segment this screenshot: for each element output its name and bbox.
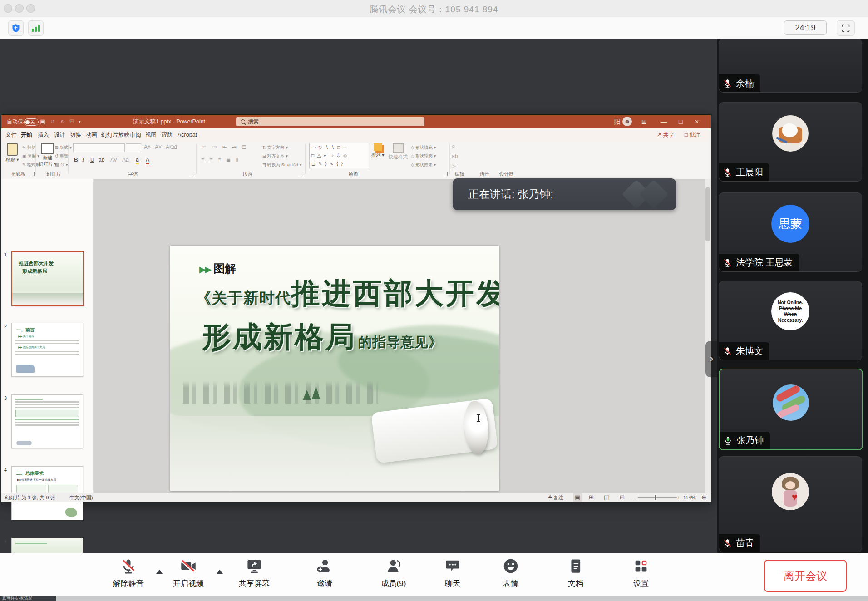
strikethrough-button[interactable]: ab — [99, 157, 104, 163]
meeting-timer[interactable]: 24:19 — [784, 20, 827, 35]
autosave-toggle[interactable]: 关 — [24, 118, 39, 126]
copy-button[interactable]: ▣ 复制 ▾ — [22, 153, 39, 159]
font-dialog-launcher-icon[interactable] — [190, 172, 194, 176]
find-icon[interactable]: ○ — [452, 143, 455, 149]
participant-tile[interactable]: 王晨阳 — [719, 102, 862, 182]
alignment-icons[interactable]: ≡ ≡ ≡ ≣ ⫴ — [201, 157, 240, 163]
change-case-button[interactable]: Aa — [122, 157, 129, 163]
clipboard-dialog-launcher-icon[interactable] — [30, 172, 35, 176]
zoom-slider[interactable] — [638, 497, 677, 498]
tab-file[interactable]: 文件 — [5, 128, 17, 141]
tab-review[interactable]: 审阅 — [130, 128, 141, 141]
tab-animations[interactable]: 动画 — [86, 128, 97, 141]
zoom-level[interactable]: 114% — [683, 493, 695, 502]
ppt-search-box[interactable]: 搜索 — [236, 117, 424, 126]
replace-icon[interactable]: ab — [452, 153, 458, 159]
members-button[interactable]: 成员(9) — [366, 558, 421, 589]
qat-customize-icon[interactable]: ▾ — [79, 115, 81, 128]
tab-insert[interactable]: 插入 — [38, 128, 49, 141]
character-spacing-button[interactable]: AV — [110, 157, 117, 163]
sidebar-collapse-handle[interactable]: › — [705, 341, 717, 377]
meeting-security-button[interactable] — [8, 20, 24, 36]
tab-help[interactable]: 帮助 — [161, 128, 173, 141]
video-options-arrow[interactable] — [217, 570, 223, 574]
italic-button[interactable]: I — [82, 157, 84, 163]
new-slide-button[interactable]: 新建幻灯片 ▾ — [39, 143, 57, 167]
tab-design[interactable]: 设计 — [54, 128, 65, 141]
ppt-minimize-icon[interactable]: — — [661, 115, 667, 128]
undo-icon[interactable]: ↺ — [50, 115, 55, 128]
paragraph-dialog-launcher-icon[interactable] — [299, 172, 303, 176]
settings-button[interactable]: 设置 — [614, 558, 668, 589]
highlight-color-button[interactable]: 𝐚 — [136, 157, 139, 164]
zoom-slider-handle[interactable] — [655, 495, 656, 500]
slideshow-qat-icon[interactable]: ⊡ — [69, 115, 74, 128]
zoom-in-icon[interactable]: + — [677, 493, 680, 502]
slide-scrollbar[interactable] — [705, 179, 711, 493]
participant-tile[interactable]: 余楠 — [719, 39, 862, 93]
start-video-button[interactable]: 开启视频 — [161, 558, 216, 589]
grow-font-icon[interactable]: A˄ — [144, 144, 151, 150]
normal-view-icon[interactable]: ▣ — [573, 493, 582, 502]
notes-toggle[interactable]: ≜ 备注 — [548, 493, 563, 502]
main-slide[interactable]: ▶▶图解 《关于新时代推进西部大开发 形成新格局 的指导意见》 — [170, 246, 499, 491]
ribbon-display-options-icon[interactable]: ⊞ — [641, 115, 647, 128]
slideshow-view-icon[interactable]: ⊡ — [620, 493, 625, 502]
leave-meeting-button[interactable]: 离开会议 — [764, 560, 847, 592]
align-text-button[interactable]: ⊟ 对齐文本 ▾ — [262, 153, 288, 159]
slide-thumbnail-2[interactable]: 一、前言 ▶▶ 两个确保 ▶▶ 国际国内两个大局 — [11, 323, 83, 377]
font-size-box[interactable] — [126, 143, 141, 152]
section-button[interactable]: ▤ 节 ▾ — [55, 162, 68, 168]
text-direction-button[interactable]: ⇅ 文字方向 ▾ — [262, 145, 288, 151]
redo-icon[interactable]: ↻ — [60, 115, 65, 128]
shape-effects-button[interactable]: ◇ 形状效果 ▾ — [411, 162, 436, 168]
tab-home[interactable]: 开始 — [21, 128, 32, 143]
slide-thumbnail-1[interactable]: 推进西部大开发 形成新格局 — [11, 251, 84, 306]
shapes-gallery[interactable]: ▭ ▷ ∖ ∖ □ ○□ △ ⌐ ⇨ ⇩ ◇◻ ✎ ) ∿ { } — [309, 143, 369, 168]
paste-button[interactable]: 粘贴 ▾ — [3, 143, 21, 163]
tab-view[interactable]: 视图 — [145, 128, 157, 141]
share-screen-button[interactable]: 共享屏幕 — [227, 558, 281, 589]
underline-button[interactable]: U — [90, 157, 94, 163]
font-color-button[interactable]: A — [146, 157, 149, 164]
tab-acrobat[interactable]: Acrobat — [178, 128, 197, 141]
reset-button[interactable]: ↺ 重置 — [55, 153, 69, 159]
select-icon[interactable]: ▷ — [452, 163, 456, 169]
bold-button[interactable]: B — [74, 157, 78, 163]
ppt-close-icon[interactable]: × — [695, 115, 699, 128]
cut-button[interactable]: ✁ 剪切 — [22, 145, 36, 151]
clear-format-icon[interactable]: A⌫ — [166, 144, 177, 150]
layout-button[interactable]: ⊞ 版式 ▾ — [55, 145, 72, 151]
format-painter-button[interactable]: ✎ 格式刷 — [22, 162, 40, 168]
slide-thumbnail-5[interactable] — [11, 538, 83, 553]
account-avatar[interactable]: ☻ — [622, 117, 632, 126]
fullscreen-button[interactable] — [837, 20, 855, 36]
shape-outline-button[interactable]: ◇ 形状轮廓 ▾ — [411, 153, 436, 159]
font-name-box[interactable] — [73, 143, 125, 152]
reading-view-icon[interactable]: ◫ — [604, 493, 609, 502]
quick-styles-button[interactable]: 快速样式 — [388, 143, 408, 160]
participant-tile[interactable]: Not Online. Phone Me When Necessary. 朱博文 — [719, 281, 862, 360]
ppt-maximize-icon[interactable]: □ — [679, 115, 682, 128]
bullets-numbering-icons[interactable]: ≔ ≕ ⇤ ⇥ ≣ — [201, 144, 248, 150]
save-icon[interactable]: ▣ — [40, 115, 45, 128]
tab-slideshow[interactable]: 幻灯片放映 — [101, 128, 130, 141]
participant-tile[interactable]: ♥ 苗青 — [719, 456, 862, 552]
invite-button[interactable]: 邀请 — [297, 558, 352, 589]
arrange-button[interactable]: 排列 ▾ — [370, 143, 385, 158]
slide-thumbnail-3[interactable] — [11, 394, 83, 448]
smartart-button[interactable]: ⇶ 转换为 SmartArt ▾ — [262, 162, 302, 168]
shrink-font-icon[interactable]: A˅ — [155, 144, 162, 150]
language-indicator[interactable]: 中文(中国) — [69, 493, 93, 502]
participant-tile[interactable]: 思蒙 法学院 王思蒙 — [719, 192, 862, 272]
chat-button[interactable]: 聊天 — [425, 558, 480, 589]
emoji-button[interactable]: 表情 — [483, 558, 538, 589]
zoom-out-icon[interactable]: − — [631, 493, 634, 502]
drawing-dialog-launcher-icon[interactable] — [444, 172, 448, 176]
slide-sorter-icon[interactable]: ⊞ — [589, 493, 594, 502]
shape-fill-button[interactable]: ◇ 形状填充 ▾ — [411, 145, 436, 151]
ppt-comments-button[interactable]: □ 批注 — [685, 130, 700, 139]
participant-tile-speaking[interactable]: 张乃钟 — [719, 369, 863, 450]
unmute-button[interactable]: 解除静音 — [101, 558, 156, 589]
docs-button[interactable]: 文档 — [548, 558, 603, 589]
